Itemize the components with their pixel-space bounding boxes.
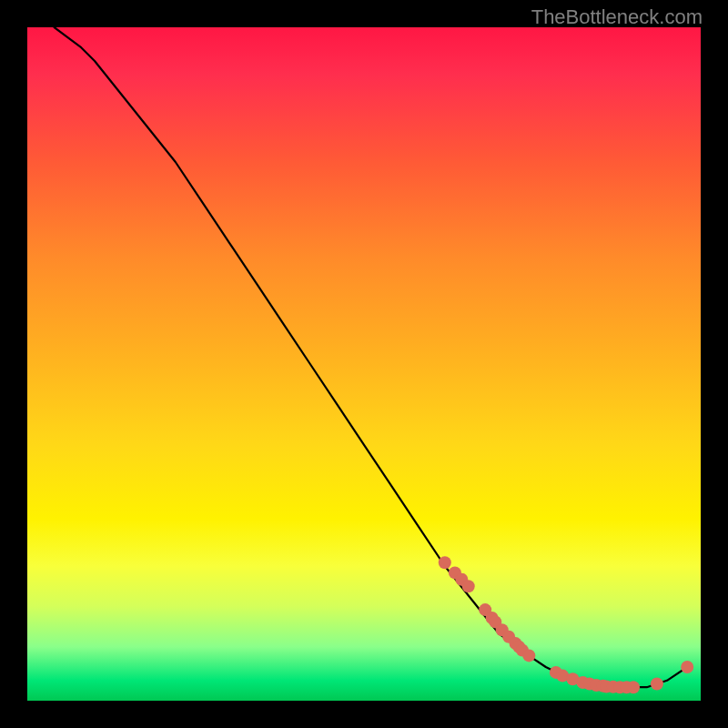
marker-dot — [462, 580, 475, 592]
plot-area — [27, 27, 701, 701]
attribution-text: TheBottleneck.com — [531, 5, 703, 29]
marker-dot — [627, 681, 640, 693]
marker-dot — [651, 678, 663, 691]
highlight-markers — [439, 556, 693, 693]
marker-dot — [522, 649, 535, 662]
marker-dot — [439, 556, 451, 569]
marker-dot — [681, 661, 693, 673]
curve-line — [55, 27, 688, 687]
chart-svg — [27, 27, 701, 701]
